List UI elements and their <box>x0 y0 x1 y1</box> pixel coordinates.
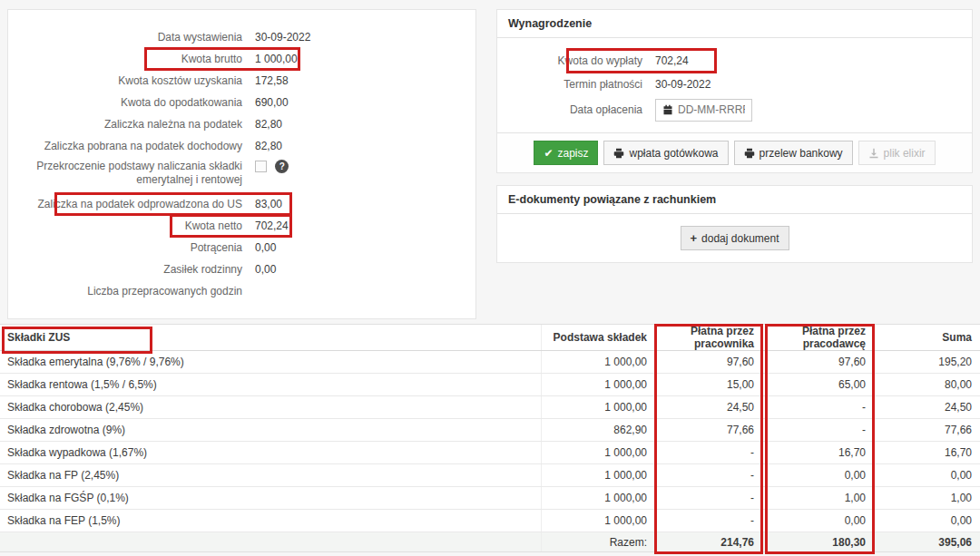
row-potracenia: Potrącenia 0,00 <box>15 237 465 258</box>
table-row: Składka chorobowa (2,45%) 1 000,00 24,50… <box>0 396 980 419</box>
field-value: 30-09-2022 <box>655 78 710 91</box>
field-value: 82,80 <box>255 140 282 152</box>
table-row: Składka emerytalna (9,76% / 9,76%) 1 000… <box>0 351 980 374</box>
row-do-opodatkowania: Kwota do opodatkowania 690,00 <box>15 92 465 113</box>
cell-pracodawca: 65,00 <box>762 374 874 395</box>
cell-pracownik: 77,66 <box>655 419 762 441</box>
field-value: 690,00 <box>255 96 289 109</box>
cell-pracownik: 15,00 <box>655 374 762 395</box>
cell-pracodawca: 0,00 <box>762 464 874 486</box>
cell-podstawa: 1 000,00 <box>541 442 655 463</box>
przekroczenie-checkbox[interactable] <box>255 161 267 172</box>
table-row: Składka na FGŚP (0,1%) 1 000,00 - 1,00 1… <box>0 487 980 510</box>
cell-name: Składka chorobowa (2,45%) <box>0 401 541 414</box>
check-icon: ✔ <box>544 147 553 160</box>
field-label: Przekroczenie podstawy naliczania składk… <box>15 160 242 187</box>
field-label: Kwota brutto <box>15 53 242 66</box>
field-label: Kwota do opodatkowania <box>15 96 242 110</box>
row-przekroczenie-podstawy: Przekroczenie podstawy naliczania składk… <box>15 157 465 193</box>
row-kwota-netto: Kwota netto 702,24 <box>15 215 465 237</box>
download-icon <box>868 148 879 159</box>
cell-suma: 0,00 <box>874 510 980 532</box>
elixir-file-button[interactable]: plik elixir <box>858 141 936 165</box>
cell-podstawa: 862,90 <box>541 419 655 441</box>
cell-suma: 1,00 <box>874 487 980 509</box>
zus-table: Składki ZUS Podstawa składek Płatna prze… <box>0 324 980 552</box>
cell-pracownik: - <box>655 464 762 486</box>
cell-pracodawca: 16,70 <box>762 442 874 463</box>
date-paid-input-wrap <box>655 99 752 122</box>
cell-name: Składka na FEP (1,5%) <box>0 514 541 527</box>
cell-name: Składka wypadkowa (1,67%) <box>0 446 541 459</box>
field-value: 172,58 <box>255 74 289 87</box>
add-document-label: dodaj dokument <box>701 232 779 245</box>
row-zaliczka-us: Zaliczka na podatek odprowadzona do US 8… <box>15 193 465 215</box>
field-label: Zasiłek rodzinny <box>15 263 242 277</box>
field-label: Kwota do wypłaty <box>508 54 642 67</box>
cell-name: Składka zdrowotna (9%) <box>0 424 541 436</box>
row-zaliczka-pobrana: Zaliczka pobrana na podatek dochodowy 82… <box>15 135 465 157</box>
save-button[interactable]: ✔ zapisz <box>534 141 598 165</box>
printer-icon <box>613 148 624 159</box>
table-row: Składka wypadkowa (1,67%) 1 000,00 - 16,… <box>0 442 980 464</box>
cell-pracownik: - <box>655 487 762 509</box>
cell-podstawa: 1 000,00 <box>541 396 655 418</box>
field-label: Data opłacenia <box>508 103 642 116</box>
cell-podstawa: 1 000,00 <box>541 351 655 373</box>
total-suma: 395,06 <box>874 532 980 551</box>
top-section: Data wystawienia 30-09-2022 Kwota brutto… <box>0 0 980 319</box>
table-row: Składka zdrowotna (9%) 862,90 77,66 - 77… <box>0 419 980 442</box>
field-label: Liczba przepracowanych godzin <box>15 285 242 298</box>
column-header-suma: Suma <box>874 325 980 350</box>
bank-transfer-button[interactable]: przelew bankowy <box>734 141 853 165</box>
field-value: ? <box>255 160 289 173</box>
column-header-skladki-zus: Składki ZUS <box>0 331 541 344</box>
total-label: Razem: <box>541 532 655 551</box>
help-icon[interactable]: ? <box>275 160 289 173</box>
column-header-pracodawca: Płatna przez pracodawcę <box>762 325 874 350</box>
cell-name: Składka na FP (2,45%) <box>0 469 541 482</box>
date-paid-input[interactable] <box>678 103 745 116</box>
cell-pracodawca: 97,60 <box>762 351 874 373</box>
cell-suma: 0,00 <box>874 464 980 486</box>
field-label: Termin płatności <box>508 78 642 91</box>
row-data-wystawienia: Data wystawienia 30-09-2022 <box>15 26 465 48</box>
field-value: 702,24 <box>255 219 289 232</box>
plus-icon: + <box>691 231 698 245</box>
cell-name: Składka emerytalna (9,76% / 9,76%) <box>0 356 541 368</box>
cell-suma: 16,70 <box>874 442 980 463</box>
wynagrodzenie-body: Kwota do wypłaty 702,24 Termin płatności… <box>497 38 972 132</box>
field-value: 30-09-2022 <box>255 31 310 44</box>
add-document-button[interactable]: + dodaj dokument <box>681 226 789 250</box>
row-data-oplacenia: Data opłacenia <box>508 96 961 123</box>
panel-title: Wynagrodzenie <box>497 10 972 38</box>
table-row: Składka na FP (2,45%) 1 000,00 - 0,00 0,… <box>0 464 980 487</box>
cell-pracodawca: 0,00 <box>762 510 874 532</box>
cell-pracownik: - <box>655 510 762 532</box>
table-header-row: Składki ZUS Podstawa składek Płatna prze… <box>0 325 980 351</box>
calendar-icon <box>662 104 673 115</box>
row-kwota-do-wyplaty: Kwota do wypłaty 702,24 <box>508 49 961 73</box>
edocuments-body: + dodaj dokument <box>497 214 972 262</box>
cell-podstawa: 1 000,00 <box>541 510 655 532</box>
table-row: Składka na FEP (1,5%) 1 000,00 - 0,00 0,… <box>0 510 980 532</box>
cell-suma: 77,66 <box>874 419 980 441</box>
field-value: 702,24 <box>655 54 689 67</box>
cell-pracodawca: 1,00 <box>762 487 874 509</box>
cash-deposit-label: wpłata gotówkowa <box>629 147 718 160</box>
field-label: Zaliczka na podatek odprowadzona do US <box>15 198 242 211</box>
field-label: Kwota netto <box>15 219 242 233</box>
right-column: Wynagrodzenie Kwota do wypłaty 702,24 Te… <box>496 9 973 319</box>
cell-podstawa: 1 000,00 <box>541 487 655 509</box>
field-label: Kwota kosztów uzyskania <box>15 74 242 88</box>
cell-pracownik: 24,50 <box>655 396 762 418</box>
save-button-label: zapisz <box>557 147 588 160</box>
edocuments-panel: E-dokumenty powiązane z rachunkiem + dod… <box>496 185 973 263</box>
cell-pracownik: 97,60 <box>655 351 762 373</box>
field-value: 82,80 <box>255 118 282 131</box>
field-value: 83,00 <box>255 198 282 210</box>
field-value: 1 000,00 <box>255 53 298 65</box>
row-zasilek: Zasiłek rodzinny 0,00 <box>15 258 465 280</box>
printer-icon <box>744 148 755 159</box>
cash-deposit-button[interactable]: wpłata gotówkowa <box>603 141 728 165</box>
